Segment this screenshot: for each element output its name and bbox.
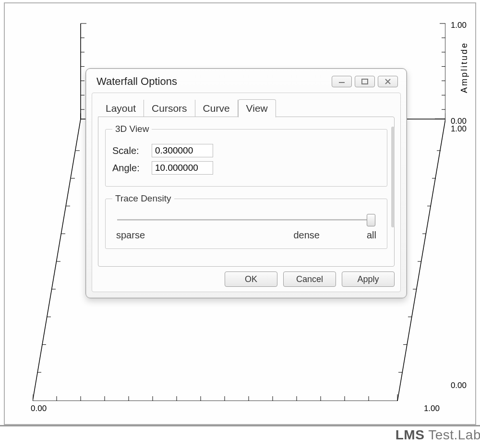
tab-layout[interactable]: Layout xyxy=(98,100,144,117)
y-tick-bottom: 0.00 xyxy=(451,381,467,390)
tab-curve[interactable]: Curve xyxy=(195,100,238,117)
minimize-icon xyxy=(338,79,346,84)
tab-bar: Layout Cursors Curve View xyxy=(98,99,395,117)
trace-density-slider[interactable] xyxy=(117,216,375,223)
tab-cursors[interactable]: Cursors xyxy=(144,100,195,117)
slider-label-all: all xyxy=(367,230,376,241)
scale-input[interactable] xyxy=(152,144,213,157)
y-tick-top: 1.00 xyxy=(451,21,467,30)
angle-input[interactable] xyxy=(152,161,213,175)
3d-view-legend: 3D View xyxy=(112,124,152,134)
svg-rect-63 xyxy=(339,82,345,83)
minimize-button[interactable] xyxy=(332,76,352,87)
angle-label: Angle: xyxy=(112,163,145,174)
waterfall-options-dialog: Waterfall Options Layout Cursors Curve V… xyxy=(85,68,407,298)
x-tick-left: 0.00 xyxy=(31,404,47,413)
y-tick-one: 1.00 xyxy=(451,124,467,134)
close-icon xyxy=(384,79,391,84)
slider-thumb[interactable] xyxy=(367,214,375,226)
ok-button[interactable]: OK xyxy=(225,271,277,287)
trace-density-group: Trace Density sparse dense all xyxy=(105,193,387,249)
3d-view-group: 3D View Scale: Angle: xyxy=(105,124,387,187)
x-tick-right: 1.00 xyxy=(424,404,440,413)
view-tab-content: 3D View Scale: Angle: Trace Density xyxy=(98,117,395,267)
apply-button[interactable]: Apply xyxy=(342,271,395,287)
scale-label: Scale: xyxy=(112,145,145,156)
slider-label-sparse: sparse xyxy=(116,230,145,241)
dialog-scrollbar[interactable] xyxy=(391,127,395,227)
close-button[interactable] xyxy=(378,76,398,87)
tab-view[interactable]: View xyxy=(238,99,276,118)
status-bar: LMS Test.Lab xyxy=(0,425,480,448)
window-controls xyxy=(332,76,398,87)
dialog-title: Waterfall Options xyxy=(96,75,177,88)
maximize-button[interactable] xyxy=(355,76,375,87)
cancel-button[interactable]: Cancel xyxy=(283,271,336,287)
maximize-icon xyxy=(361,79,368,84)
slider-label-dense: dense xyxy=(294,230,320,241)
svg-line-1 xyxy=(33,119,81,401)
trace-density-legend: Trace Density xyxy=(112,193,174,204)
brand-label: LMS Test.Lab xyxy=(396,427,480,443)
svg-rect-64 xyxy=(362,79,368,84)
amplitude-axis-label: Amplitude xyxy=(459,42,469,93)
